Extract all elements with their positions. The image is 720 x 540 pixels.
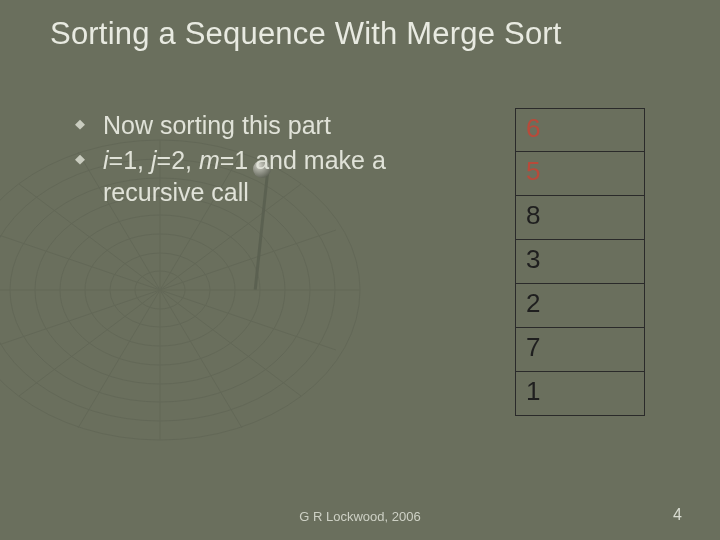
svg-line-10 (19, 184, 301, 396)
slide: Sorting a Sequence With Merge Sort Now s… (0, 0, 720, 540)
cell-5: 7 (515, 328, 645, 372)
svg-point-5 (85, 234, 235, 346)
svg-line-14 (0, 230, 336, 350)
cell-0: 6 (515, 108, 645, 152)
svg-point-6 (110, 253, 210, 327)
var-m: m (199, 146, 220, 174)
cell-1: 5 (515, 152, 645, 196)
bullet-1-text: Now sorting this part (103, 111, 331, 139)
cell-6: 1 (515, 372, 645, 416)
cell-3: 3 (515, 240, 645, 284)
svg-line-11 (19, 184, 301, 396)
svg-point-4 (60, 215, 260, 365)
body-text: Now sorting this part i=1, j=2, m=1 and … (75, 110, 435, 212)
eq-i: =1, (109, 146, 151, 174)
cell-2: 8 (515, 196, 645, 240)
cell-4: 2 (515, 284, 645, 328)
page-number: 4 (673, 506, 682, 524)
footer-credit: G R Lockwood, 2006 (0, 509, 720, 524)
svg-line-15 (0, 230, 336, 350)
bullet-1: Now sorting this part (75, 110, 435, 141)
svg-point-7 (135, 271, 185, 309)
svg-point-3 (35, 196, 285, 384)
slide-title: Sorting a Sequence With Merge Sort (50, 16, 690, 52)
bullet-2: i=1, j=2, m=1 and make a recursive call (75, 145, 435, 208)
sequence-table: 6 5 8 3 2 7 1 (515, 108, 645, 416)
eq-j: =2, (157, 146, 199, 174)
